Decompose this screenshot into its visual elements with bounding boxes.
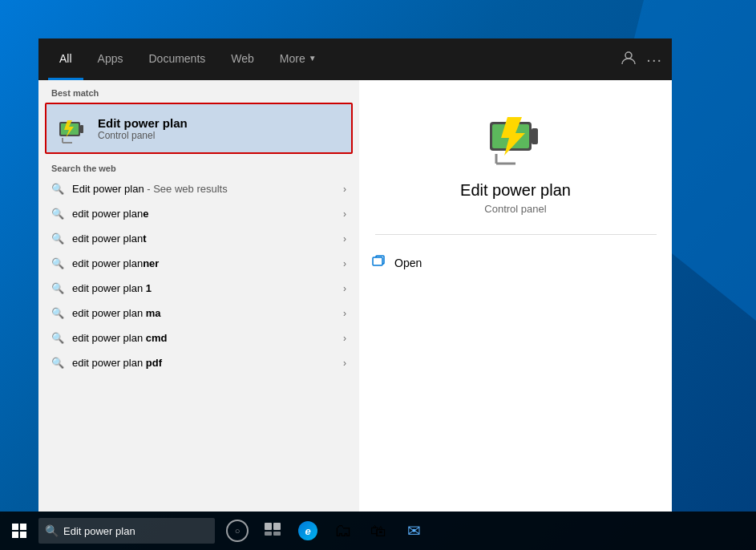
arrow-icon-8: › (343, 358, 346, 369)
web-result-4[interactable]: 🔍 edit power planner › (38, 251, 359, 276)
edge-button[interactable]: e (292, 512, 324, 550)
left-panel: Best match (38, 80, 359, 512)
svg-rect-13 (373, 257, 382, 265)
svg-rect-15 (273, 523, 281, 530)
search-icon: 🔍 (51, 257, 64, 269)
search-icon: 🔍 (51, 332, 64, 344)
task-view-icon (265, 523, 281, 539)
svg-rect-16 (265, 532, 272, 536)
open-action[interactable]: Open (359, 248, 672, 278)
power-plan-icon-large (483, 104, 548, 168)
mail-button[interactable]: ✉ (398, 512, 430, 550)
web-result-2[interactable]: 🔍 edit power plane › (38, 201, 359, 226)
taskbar-search-input[interactable] (63, 525, 192, 537)
taskbar-search-bar[interactable]: 🔍 (38, 518, 215, 544)
arrow-icon-3: › (343, 233, 346, 245)
more-options-icon[interactable]: ··· (646, 51, 662, 69)
nav-item-all[interactable]: All (48, 38, 83, 80)
open-icon (372, 254, 386, 272)
nav-item-more[interactable]: More ▼ (269, 38, 328, 80)
account-icon[interactable] (621, 50, 637, 69)
svg-rect-14 (265, 523, 272, 530)
web-result-5[interactable]: 🔍 edit power plan 1 › (38, 276, 359, 301)
search-nav: All Apps Documents Web More ▼ ··· (38, 38, 672, 80)
arrow-icon-7: › (343, 333, 346, 344)
nav-item-apps[interactable]: Apps (87, 38, 135, 80)
result-text-5: edit power plan 1 (72, 282, 335, 294)
result-text-6: edit power plan ma (72, 307, 335, 319)
result-text-4: edit power planner (72, 257, 335, 269)
cortana-icon: ○ (226, 520, 249, 542)
arrow-icon-2: › (343, 208, 346, 220)
chevron-down-icon: ▼ (309, 54, 317, 63)
svg-rect-17 (273, 532, 281, 536)
web-result-6[interactable]: 🔍 edit power plan ma › (38, 301, 359, 326)
best-match-item[interactable]: Edit power plan Control panel (45, 103, 353, 154)
web-section-label: Search the web (38, 154, 359, 176)
best-match-subtitle: Control panel (98, 130, 188, 141)
arrow-icon-4: › (343, 258, 346, 269)
svg-rect-2 (80, 125, 83, 133)
taskbar: 🔍 ○ e 🗂 (0, 512, 756, 550)
nav-item-web[interactable]: Web (220, 38, 265, 80)
svg-rect-8 (532, 128, 538, 144)
arrow-icon-1: › (343, 184, 346, 195)
search-icon: 🔍 (51, 307, 64, 319)
open-label: Open (394, 257, 422, 269)
divider (375, 234, 657, 235)
nav-right-icons: ··· (621, 50, 662, 69)
edge-icon: e (298, 521, 317, 540)
search-body: Best match (38, 80, 672, 512)
mail-icon: ✉ (407, 521, 421, 540)
search-icon: 🔍 (51, 282, 64, 294)
best-match-label: Best match (38, 80, 359, 103)
power-plan-icon-small (56, 112, 88, 144)
explorer-button[interactable]: 🗂 (327, 512, 359, 550)
arrow-icon-5: › (343, 283, 346, 294)
start-button[interactable] (0, 512, 38, 550)
explorer-icon: 🗂 (334, 520, 352, 541)
search-icon: 🔍 (51, 208, 64, 220)
result-text-1: Edit power plan - See web results (72, 183, 335, 195)
windows-logo-icon (12, 524, 26, 538)
taskbar-icons: ○ e 🗂 🛍 ✉ (221, 512, 430, 550)
search-icon: 🔍 (51, 233, 64, 245)
taskbar-search-icon: 🔍 (45, 524, 59, 537)
right-panel: Edit power plan Control panel Open (359, 80, 672, 512)
search-icon: 🔍 (51, 183, 64, 195)
search-icon: 🔍 (51, 357, 64, 369)
task-view-button[interactable] (257, 512, 289, 550)
result-text-8: edit power plan pdf (72, 357, 335, 369)
store-button[interactable]: 🛍 (362, 512, 394, 550)
cortana-button[interactable]: ○ (221, 512, 253, 550)
best-match-title: Edit power plan (98, 116, 188, 130)
right-app-title: Edit power plan (460, 181, 571, 200)
web-result-1[interactable]: 🔍 Edit power plan - See web results › (38, 176, 359, 201)
svg-point-0 (625, 52, 632, 59)
arrow-icon-6: › (343, 308, 346, 319)
result-text-2: edit power plane (72, 208, 335, 220)
web-result-8[interactable]: 🔍 edit power plan pdf › (38, 350, 359, 375)
right-app-subtitle: Control panel (484, 203, 546, 215)
nav-item-documents[interactable]: Documents (137, 38, 216, 80)
web-result-3[interactable]: 🔍 edit power plant › (38, 226, 359, 251)
web-result-7[interactable]: 🔍 edit power plan cmd › (38, 326, 359, 350)
result-text-7: edit power plan cmd (72, 332, 335, 344)
best-match-text: Edit power plan Control panel (98, 116, 188, 141)
store-icon: 🛍 (370, 522, 386, 540)
result-text-3: edit power plant (72, 233, 335, 245)
search-panel: All Apps Documents Web More ▼ ··· Best m… (38, 38, 672, 512)
